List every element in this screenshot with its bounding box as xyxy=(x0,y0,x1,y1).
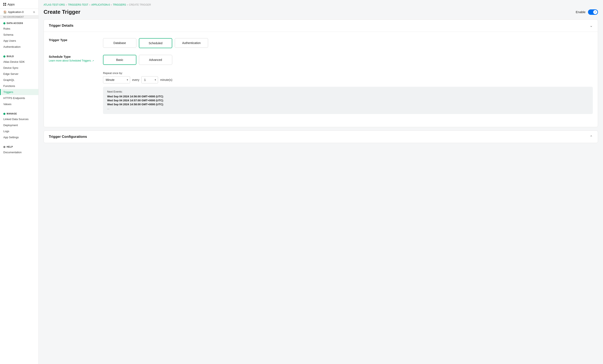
learn-more-link[interactable]: Learn more about Scheduled Triggers. ↗ xyxy=(49,59,103,62)
deployment-label: Deployment xyxy=(3,124,18,127)
sidebar-item-graphql[interactable]: GraphQL xyxy=(0,77,38,83)
repeat-row: Minute Hour Day Week ▾ every xyxy=(103,76,593,83)
unit-select-wrap: Minute Hour Day Week ▾ xyxy=(103,76,130,83)
breadcrumb-sep-3: > xyxy=(111,3,112,6)
section-dot-build xyxy=(3,56,5,57)
sidebar-item-app-settings[interactable]: App Settings xyxy=(0,134,38,140)
atlas-device-sdk-label: Atlas Device SDK xyxy=(3,60,25,63)
trigger-type-label-col: Trigger Type xyxy=(49,38,103,42)
trigger-type-authentication-btn[interactable]: Authentication xyxy=(175,38,208,48)
home-icon: 🏠 xyxy=(3,11,7,13)
app-users-label: App Users xyxy=(3,39,16,42)
copy-icon[interactable]: ⧉ xyxy=(33,11,35,13)
sidebar-item-functions[interactable]: Functions xyxy=(0,83,38,89)
main-content: ATLAS-TEST-ORG > TRIGGERS-TEST > APPLICA… xyxy=(39,0,603,364)
trigger-type-database-btn[interactable]: Database xyxy=(103,38,136,48)
section-dot-help xyxy=(3,146,5,148)
next-event-2: Wed Sep 04 2024 14:57:00 GMT+0000 (UTC) xyxy=(107,99,589,102)
apps-grid-icon xyxy=(3,3,6,6)
schedule-type-basic-btn[interactable]: Basic xyxy=(103,55,136,65)
authentication-label: Authentication xyxy=(3,45,20,48)
trigger-configurations-title: Trigger Configurations xyxy=(49,135,87,139)
help-label: HELP xyxy=(7,146,13,148)
trigger-configurations-card: Trigger Configurations ⌄ xyxy=(44,130,598,143)
sidebar-item-triggers[interactable]: Triggers xyxy=(0,89,38,95)
interval-select[interactable]: 1 2 5 10 15 30 xyxy=(141,76,158,83)
trigger-type-controls: Database Scheduled Authentication xyxy=(103,38,593,48)
sidebar-item-logs[interactable]: Logs xyxy=(0,128,38,134)
sidebar-item-rules[interactable]: Rules xyxy=(0,26,38,32)
values-label: Values xyxy=(3,102,12,106)
sidebar-item-linked-data-sources[interactable]: Linked Data Sources xyxy=(0,116,38,122)
build-header: BUILD xyxy=(0,54,38,59)
app-name-label: Application-0 xyxy=(8,11,23,13)
linked-data-sources-label: Linked Data Sources xyxy=(3,118,29,121)
toggle-knob: ✓ xyxy=(593,10,597,14)
trigger-type-label: Trigger Type xyxy=(49,38,103,42)
schedule-type-label-col: Schedule Type Learn more about Scheduled… xyxy=(49,55,103,62)
section-dot-manage xyxy=(3,113,5,115)
data-access-header: DATA ACCESS xyxy=(0,21,38,26)
manage-label: MANAGE xyxy=(7,113,17,115)
schema-label: Schema xyxy=(3,33,13,36)
chevron-up-icon[interactable]: ⌄ xyxy=(590,135,593,139)
apps-link[interactable]: Apps xyxy=(3,2,35,6)
sidebar-top: Apps xyxy=(0,0,38,9)
sidebar-item-atlas-device-sdk[interactable]: Atlas Device SDK xyxy=(0,59,38,65)
https-endpoints-label: HTTPS Endpoints xyxy=(3,97,25,100)
trigger-type-scheduled-btn[interactable]: Scheduled xyxy=(139,38,172,48)
next-events-ellipsis: ... xyxy=(107,107,589,110)
minutes-label: minute(s) xyxy=(160,78,172,81)
enable-toggle[interactable]: ✓ xyxy=(588,9,598,15)
trigger-configurations-header: Trigger Configurations ⌄ xyxy=(44,131,598,143)
next-event-3: Wed Sep 04 2024 14:58:00 GMT+0000 (UTC) xyxy=(107,103,589,106)
edge-server-label: Edge Server xyxy=(3,72,18,76)
sidebar-section-manage: MANAGE Linked Data Sources Deployment Lo… xyxy=(0,109,38,142)
schedule-type-advanced-btn[interactable]: Advanced xyxy=(139,55,172,65)
enable-label: Enable xyxy=(576,10,585,14)
sidebar-item-edge-server[interactable]: Edge Server xyxy=(0,71,38,77)
sidebar: Apps 🏠 Application-0 ⧉ NO ENVIRONMENT DA… xyxy=(0,0,39,364)
trigger-details-body: Trigger Type Database Scheduled Authenti… xyxy=(44,32,598,127)
breadcrumb-triggers[interactable]: TRIGGERS xyxy=(113,3,126,6)
breadcrumb-atlas-test-org[interactable]: ATLAS-TEST-ORG xyxy=(44,3,65,6)
app-row: 🏠 Application-0 ⧉ xyxy=(0,9,38,15)
sidebar-item-https-endpoints[interactable]: HTTPS Endpoints xyxy=(0,95,38,101)
trigger-details-title: Trigger Details xyxy=(49,23,73,28)
device-sync-label: Device Sync xyxy=(3,66,18,69)
unit-select[interactable]: Minute Hour Day Week xyxy=(103,76,130,83)
sidebar-item-device-sync[interactable]: Device Sync xyxy=(0,65,38,71)
schedule-type-label: Schedule Type xyxy=(49,55,103,58)
documentation-label: Documentation xyxy=(3,151,22,154)
breadcrumb-application-0[interactable]: APPLICATION-0 xyxy=(91,3,110,6)
logs-label: Logs xyxy=(3,130,9,133)
page-header: Create Trigger Enable ✓ xyxy=(44,9,598,15)
sidebar-item-schema[interactable]: Schema xyxy=(0,32,38,38)
triggers-label: Triggers xyxy=(3,91,13,94)
functions-label: Functions xyxy=(3,84,15,88)
chevron-down-icon[interactable]: ⌄ xyxy=(590,23,593,28)
rules-label: Rules xyxy=(3,27,10,30)
breadcrumb-triggers-test[interactable]: TRIGGERS-TEST xyxy=(68,3,88,6)
build-label: BUILD xyxy=(7,55,14,57)
app-name: 🏠 Application-0 xyxy=(3,11,23,13)
sidebar-item-authentication[interactable]: Authentication xyxy=(0,44,38,50)
section-dot-data-access xyxy=(3,22,5,24)
repeat-label: Repeat once by: xyxy=(103,71,593,75)
toggle-check-icon: ✓ xyxy=(594,11,596,13)
sidebar-item-app-users[interactable]: App Users xyxy=(0,38,38,44)
next-events-title: Next Events: xyxy=(107,90,589,93)
breadcrumb-sep-4: > xyxy=(127,3,128,6)
breadcrumb-sep-1: > xyxy=(66,3,67,6)
learn-more-text: Learn more about Scheduled Triggers. xyxy=(49,59,92,62)
breadcrumb-sep-2: > xyxy=(89,3,90,6)
schedule-type-row: Schedule Type Learn more about Scheduled… xyxy=(49,55,593,114)
repeat-section: Repeat once by: Minute Hour Day Week xyxy=(103,67,593,114)
sidebar-item-documentation[interactable]: Documentation xyxy=(0,149,38,155)
every-label: every xyxy=(132,78,139,81)
sidebar-item-deployment[interactable]: Deployment xyxy=(0,122,38,128)
manage-header: MANAGE xyxy=(0,111,38,116)
interval-select-wrap: 1 2 5 10 15 30 ▾ xyxy=(141,76,158,83)
sidebar-item-values[interactable]: Values xyxy=(0,101,38,107)
env-badge: NO ENVIRONMENT xyxy=(0,15,38,19)
